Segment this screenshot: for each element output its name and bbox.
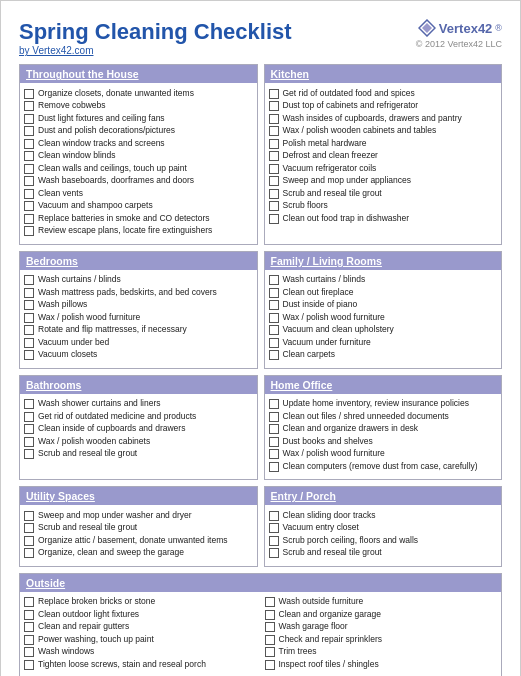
checkbox[interactable] bbox=[265, 635, 275, 645]
checkbox[interactable] bbox=[269, 437, 279, 447]
checkbox[interactable] bbox=[24, 424, 34, 434]
checkbox[interactable] bbox=[24, 660, 34, 670]
checkbox[interactable] bbox=[269, 412, 279, 422]
checkbox[interactable] bbox=[24, 201, 34, 211]
checkbox[interactable] bbox=[24, 288, 34, 298]
checkbox[interactable] bbox=[269, 325, 279, 335]
checkbox[interactable] bbox=[24, 449, 34, 459]
list-item: Clean and organize garage bbox=[265, 609, 498, 620]
checkbox[interactable] bbox=[24, 300, 34, 310]
checkbox[interactable] bbox=[269, 89, 279, 99]
checkbox[interactable] bbox=[24, 399, 34, 409]
item-label: Clean out fireplace bbox=[283, 287, 354, 298]
item-label: Vacuum refrigerator coils bbox=[283, 163, 377, 174]
checkbox[interactable] bbox=[269, 462, 279, 472]
checkbox[interactable] bbox=[24, 536, 34, 546]
checkbox[interactable] bbox=[24, 548, 34, 558]
list-item: Wash baseboards, doorframes and doors bbox=[24, 175, 253, 186]
list-item: Replace batteries in smoke and CO detect… bbox=[24, 213, 253, 224]
checkbox[interactable] bbox=[265, 597, 275, 607]
checkbox[interactable] bbox=[24, 647, 34, 657]
checkbox[interactable] bbox=[24, 437, 34, 447]
checkbox[interactable] bbox=[24, 622, 34, 632]
checkbox[interactable] bbox=[24, 151, 34, 161]
item-label: Scrub porch ceiling, floors and walls bbox=[283, 535, 419, 546]
list-item: Clean inside of cupboards and drawers bbox=[24, 423, 253, 434]
checkbox[interactable] bbox=[269, 449, 279, 459]
checkbox[interactable] bbox=[24, 101, 34, 111]
section-header-throughout: Throughout the House bbox=[20, 65, 257, 83]
item-label: Replace broken bricks or stone bbox=[38, 596, 155, 607]
list-item: Wash insides of cupboards, drawers and p… bbox=[269, 113, 498, 124]
item-label: Scrub and reseal tile grout bbox=[283, 547, 382, 558]
item-label: Wash curtains / blinds bbox=[283, 274, 366, 285]
checkbox[interactable] bbox=[269, 214, 279, 224]
checkbox[interactable] bbox=[24, 511, 34, 521]
checkbox[interactable] bbox=[24, 412, 34, 422]
checkbox[interactable] bbox=[24, 610, 34, 620]
checkbox[interactable] bbox=[269, 338, 279, 348]
checkbox[interactable] bbox=[24, 214, 34, 224]
checkbox[interactable] bbox=[269, 548, 279, 558]
checkbox[interactable] bbox=[24, 313, 34, 323]
checkbox[interactable] bbox=[269, 399, 279, 409]
checkbox[interactable] bbox=[269, 511, 279, 521]
checkbox[interactable] bbox=[269, 189, 279, 199]
checkbox[interactable] bbox=[269, 176, 279, 186]
list-item: Organize closets, donate unwanted items bbox=[24, 88, 253, 99]
checkbox[interactable] bbox=[265, 622, 275, 632]
list-item: Wash outside furniture bbox=[265, 596, 498, 607]
item-label: Clean vents bbox=[38, 188, 83, 199]
checkbox[interactable] bbox=[24, 176, 34, 186]
list-item: Get rid of outdated medicine and product… bbox=[24, 411, 253, 422]
checkbox[interactable] bbox=[269, 114, 279, 124]
checkbox[interactable] bbox=[269, 536, 279, 546]
section-header-family: Family / Living Rooms bbox=[265, 252, 502, 270]
checkbox[interactable] bbox=[24, 597, 34, 607]
checkbox[interactable] bbox=[269, 424, 279, 434]
list-item: Vacuum entry closet bbox=[269, 522, 498, 533]
checkbox[interactable] bbox=[24, 523, 34, 533]
list-item: Vacuum and shampoo carpets bbox=[24, 200, 253, 211]
item-label: Power washing, touch up paint bbox=[38, 634, 154, 645]
item-label: Wash pillows bbox=[38, 299, 87, 310]
checkbox[interactable] bbox=[24, 635, 34, 645]
item-label: Vacuum and shampoo carpets bbox=[38, 200, 153, 211]
checkbox[interactable] bbox=[265, 660, 275, 670]
checkbox[interactable] bbox=[24, 189, 34, 199]
checkbox[interactable] bbox=[24, 126, 34, 136]
checkbox[interactable] bbox=[24, 275, 34, 285]
checkbox[interactable] bbox=[265, 647, 275, 657]
item-label: Organize attic / basement, donate unwant… bbox=[38, 535, 227, 546]
checkbox[interactable] bbox=[269, 523, 279, 533]
checkbox[interactable] bbox=[269, 288, 279, 298]
checkbox[interactable] bbox=[24, 338, 34, 348]
checkbox[interactable] bbox=[269, 300, 279, 310]
checkbox[interactable] bbox=[269, 126, 279, 136]
item-label: Clean and repair gutters bbox=[38, 621, 129, 632]
checkbox[interactable] bbox=[265, 610, 275, 620]
checkbox[interactable] bbox=[269, 151, 279, 161]
checkbox[interactable] bbox=[24, 350, 34, 360]
section-items-kitchen: Get rid of outdated food and spicesDust … bbox=[265, 83, 502, 224]
list-item: Inspect roof tiles / shingles bbox=[265, 659, 498, 670]
checkbox[interactable] bbox=[24, 164, 34, 174]
checkbox[interactable] bbox=[24, 325, 34, 335]
subtitle: by Vertex42.com bbox=[19, 45, 292, 56]
checkbox[interactable] bbox=[269, 350, 279, 360]
checkbox[interactable] bbox=[269, 164, 279, 174]
checkbox[interactable] bbox=[269, 201, 279, 211]
checkbox[interactable] bbox=[24, 226, 34, 236]
item-label: Vacuum under furniture bbox=[283, 337, 371, 348]
checkbox[interactable] bbox=[24, 114, 34, 124]
section-header-home-office: Home Office bbox=[265, 376, 502, 394]
checkbox[interactable] bbox=[24, 89, 34, 99]
checkbox[interactable] bbox=[24, 139, 34, 149]
checkbox[interactable] bbox=[269, 101, 279, 111]
list-item: Clean and organize drawers in desk bbox=[269, 423, 498, 434]
logo: Vertex42® bbox=[418, 19, 502, 37]
checkbox[interactable] bbox=[269, 139, 279, 149]
list-item: Clean sliding door tracks bbox=[269, 510, 498, 521]
checkbox[interactable] bbox=[269, 313, 279, 323]
checkbox[interactable] bbox=[269, 275, 279, 285]
